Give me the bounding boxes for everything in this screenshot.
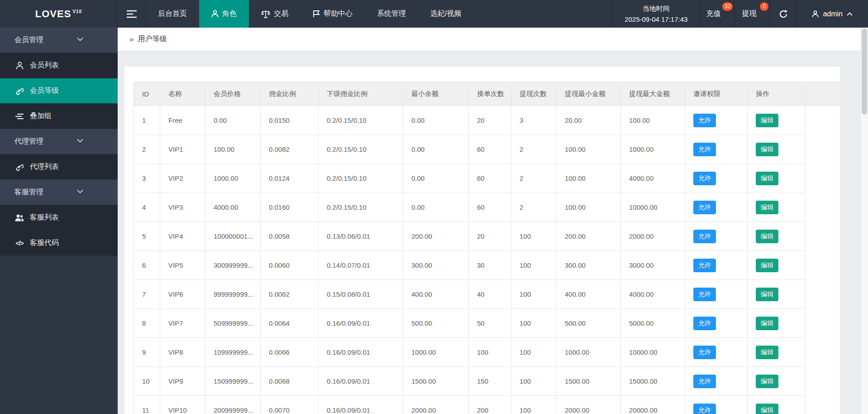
table-cell: 0.00 [403,135,469,164]
main-content: » 用户等级 ID名称会员价格佣金比例下级佣金比例最小余额接单次数提现次数提现最… [118,28,868,414]
invite-allowed-badge[interactable]: 允许 [693,230,716,243]
sidebar-item-label: 叠加组 [30,111,52,121]
invite-allowed-badge[interactable]: 允许 [693,404,716,414]
nav-item-system[interactable]: 系统管理 [365,0,418,28]
table-row: 9VIP8109999999...0.00660.16/0.09/0.01100… [134,338,840,367]
invite-allowed-badge[interactable]: 允许 [693,172,716,185]
table-cell: 3 [511,106,557,135]
edit-button[interactable]: 编辑 [756,259,778,272]
edit-button[interactable]: 编辑 [756,201,778,214]
table-cell: 10000.00 [621,193,685,222]
invite-allowed-badge[interactable]: 允许 [693,375,716,388]
table-cell: 1500.00 [557,367,621,396]
breadcrumb: » 用户等级 [118,28,868,51]
invite-allowed-badge[interactable]: 允许 [693,114,716,127]
table-cell: 15000.00 [621,367,685,396]
nav-item-video[interactable]: 选妃/视频 [418,0,473,28]
operation-cell: 编辑 [748,193,806,222]
edit-button[interactable]: 编辑 [756,172,778,185]
operation-cell: 编辑 [748,251,806,280]
withdraw-count-badge: 0 [760,2,768,11]
table-cell: 1 [134,106,160,135]
sidebar-group-agent-management[interactable]: 代理管理 [0,129,118,154]
table-cell: 0.00 [403,193,469,222]
link-icon [15,87,24,95]
operation-cell: 编辑 [748,164,806,193]
table-cell: 0.16/0.09/0.01 [319,367,403,396]
local-time-value: 2025-09-04 17:17:43 [625,14,687,24]
sidebar-item-member-list[interactable]: 会员列表 [0,53,118,78]
table-cell: 20.00 [557,106,621,135]
table-cell: 400.00 [557,280,621,309]
table-row: 8VIP7509999999...0.00640.16/0.09/0.01500… [134,309,840,338]
sidebar-group-member-management[interactable]: 会员管理 [0,28,118,53]
table-cell: 0.0124 [261,164,319,193]
sidebar-item-member-level[interactable]: 会员等级 [0,78,118,104]
edit-button[interactable]: 编辑 [756,346,778,359]
table-cell: 1000.00 [621,135,685,164]
table-cell: 4000.00 [621,164,685,193]
invite-permission-cell: 允许 [685,135,748,164]
operation-cell: 编辑 [748,106,806,135]
recharge-count-badge: 32 [722,2,733,11]
edit-button[interactable]: 编辑 [756,375,778,388]
username-label: admin [823,10,843,18]
vertical-scrollbar[interactable] [860,28,868,414]
table-cell: 7 [134,280,160,309]
table-cell: 0.0082 [261,135,319,164]
table-cell: 1500.00 [403,367,469,396]
withdraw-button[interactable]: 提现 0 [734,0,770,28]
nav-item-dashboard[interactable]: 后台首页 [146,0,199,28]
edit-button[interactable]: 编辑 [756,143,778,156]
table-cell: 150 [469,367,511,396]
nav-item-label: 选妃/视频 [430,9,461,19]
invite-allowed-badge[interactable]: 允许 [693,259,716,272]
sidebar-item-agent-list[interactable]: 代理列表 [0,154,118,180]
edit-button[interactable]: 编辑 [756,230,778,243]
invite-allowed-badge[interactable]: 允许 [693,201,716,214]
user-menu[interactable]: admin [796,0,868,28]
edit-button[interactable]: 编辑 [756,317,778,330]
refresh-button[interactable] [770,0,796,28]
sidebar-item-stack-group[interactable]: 叠加组 [0,104,118,129]
nav-item-label: 角色 [222,9,237,19]
invite-allowed-badge[interactable]: 允许 [693,143,716,156]
edit-button[interactable]: 编辑 [756,404,778,414]
filler-cell [806,222,840,251]
sidebar-group-service-management[interactable]: 客服管理 [0,180,118,205]
table-cell: 100.00 [557,135,621,164]
chevron-down-icon [77,37,83,41]
table-cell: 60 [469,135,511,164]
user-level-table: ID名称会员价格佣金比例下级佣金比例最小余额接单次数提现次数提现最小金额提现最大… [134,82,840,414]
invite-allowed-badge[interactable]: 允许 [693,288,716,301]
table-cell: VIP8 [160,338,205,367]
table-cell: 0.0062 [261,280,319,309]
invite-allowed-badge[interactable]: 允许 [693,346,716,359]
nav-item-help-center[interactable]: 帮助中心 [300,0,365,28]
operation-cell: 编辑 [748,309,806,338]
scrollbar-thumb[interactable] [862,29,867,115]
table-cell: Free [160,106,205,135]
invite-allowed-badge[interactable]: 允许 [693,317,716,330]
sidebar-item-service-list[interactable]: 客服列表 [0,205,118,231]
column-header: 接单次数 [469,82,511,106]
nav-item-label: 交易 [274,9,288,19]
table-cell: 4000.00 [621,280,685,309]
nav-item-roles[interactable]: 角色 [199,0,249,28]
nav-item-label: 系统管理 [377,9,406,19]
recharge-button[interactable]: 充值 32 [698,0,734,28]
table-cell: 0.16/0.09/0.01 [319,396,403,414]
edit-button[interactable]: 编辑 [756,288,778,301]
edit-button[interactable]: 编辑 [756,114,778,127]
operation-cell: 编辑 [748,367,806,396]
sidebar-item-service-code[interactable]: </> 客服代码 [0,231,118,256]
table-cell: 100.00 [205,135,261,164]
table-row: 7VIP6999999999...0.00620.15/0.08/0.01400… [134,280,840,309]
filler-cell [806,106,840,135]
sidebar-toggle-button[interactable] [118,0,146,28]
logo-version: V10 [72,9,82,14]
table-cell: VIP1 [160,135,205,164]
page-title: 用户等级 [138,34,167,44]
sidebar-item-label: 会员等级 [30,86,59,96]
nav-item-trade[interactable]: 交易 [249,0,300,28]
